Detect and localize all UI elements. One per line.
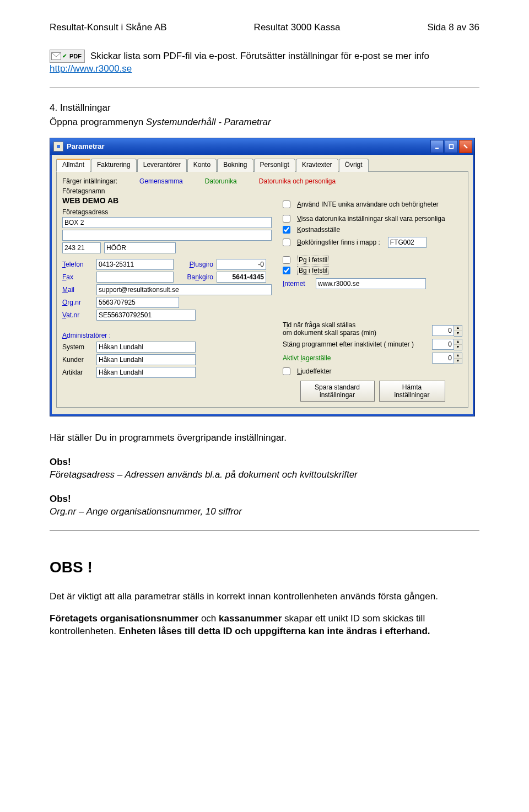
spin-tid[interactable]: ▲▼ (432, 325, 462, 337)
chk-bg-fetstil[interactable] (283, 267, 290, 274)
chk-unika-anvandare-label: Använd INTE unika användare och behörigh… (297, 201, 439, 208)
bottom-p1: Det är viktigt att alla parametrar ställ… (50, 591, 479, 603)
pdf-label: PDF (68, 52, 83, 61)
spin-inaktivitet-input[interactable] (432, 339, 454, 350)
label-bankgiro: Bankgiro (174, 273, 217, 281)
label-plusgiro: Plusgiro (174, 261, 217, 268)
chk-ljudeffekter-label: Ljudeffekter (297, 367, 332, 375)
spin2-label: Stäng programmet efter inaktivitet ( min… (283, 340, 414, 348)
bottom-p2-bold2: kassanummer (219, 613, 282, 624)
spin-down-icon[interactable]: ▼ (454, 345, 462, 350)
label-foretagsnamn: Företagsnamn (62, 187, 272, 195)
orgnr-input[interactable] (96, 297, 179, 308)
chk-kostnadsstalle[interactable] (283, 226, 290, 234)
tab-allmant[interactable]: Allmänt (56, 159, 90, 172)
chk-pg-fetstil[interactable] (283, 256, 290, 264)
load-settings-button[interactable]: Hämta inställningar (379, 381, 445, 402)
spin-inaktivitet[interactable]: ▲▼ (432, 339, 462, 350)
postnr-input[interactable] (62, 242, 101, 253)
tab-fakturering[interactable]: Fakturering (91, 159, 137, 172)
header-company: Resultat-Konsult i Skåne AB (50, 22, 167, 33)
color-settings-label: Färger intällningar: (62, 177, 117, 185)
chk-bokforingsfiler[interactable] (283, 239, 290, 246)
kunder-input[interactable] (96, 354, 196, 365)
svg-rect-2 (57, 145, 60, 148)
vatnr-input[interactable] (96, 310, 196, 321)
spin-up-icon[interactable]: ▲ (454, 339, 462, 345)
fax-input[interactable] (96, 272, 174, 283)
spin1-label-line1: Tid när fråga skall ställas (283, 321, 376, 329)
spin-lagerstalle-input[interactable] (432, 353, 454, 364)
bottom-p2-bold1: Företagets organisationsnummer (50, 613, 198, 624)
section-number: 4. (50, 102, 57, 113)
tab-bokning[interactable]: Bokning (217, 159, 253, 172)
titlebar: Parametrar (50, 138, 474, 155)
header-title: Resultat 3000 Kassa (254, 22, 341, 33)
ort-input[interactable] (104, 242, 176, 253)
spin-tid-input[interactable] (432, 325, 454, 336)
label-fax: Fax (62, 273, 96, 281)
tab-ovrigt[interactable]: Övrigt (339, 159, 369, 172)
chk-bg-fetstil-label: Bg i fetstil (297, 266, 329, 275)
label-artiklar: Artiklar (62, 369, 96, 376)
chk-datorunika-personliga-label: Vissa datorunika inställningar skall var… (297, 215, 445, 223)
chk-bokforingsfiler-label: Bokföringsfiler finns i mapp : (297, 239, 380, 246)
bottom-p2-bold3: Enheten låses till detta ID och uppgifte… (119, 626, 430, 636)
tab-konto[interactable]: Konto (187, 159, 217, 172)
maximize-button[interactable] (445, 140, 458, 153)
spin-up-icon[interactable]: ▲ (454, 353, 462, 359)
foretagsnamn-value: WEB DEMO AB (62, 196, 272, 205)
obs2-text: Org.nr – Ange organisationsnummer, 10 si… (50, 506, 479, 518)
divider (50, 530, 479, 531)
chk-ljudeffekter[interactable] (283, 367, 290, 375)
tab-personligt[interactable]: Personligt (254, 159, 295, 172)
window-title: Parametrar (67, 142, 105, 150)
label-internet: Internet (283, 280, 316, 288)
minimize-button[interactable] (430, 140, 444, 153)
divider (50, 88, 479, 88)
tabs: Allmänt Fakturering Leverantörer Konto B… (56, 158, 468, 172)
pdf-email-toolbar-icon: ✔ PDF (50, 50, 85, 63)
section-title: Inställningar (60, 102, 111, 113)
telefon-input[interactable] (96, 259, 174, 270)
tab-kravtexter[interactable]: Kravtexter (296, 159, 338, 172)
header-page: Sida 8 av 36 (427, 22, 479, 33)
close-button[interactable] (459, 140, 472, 153)
color-gemensamma[interactable]: Gemensamma (139, 177, 183, 185)
chk-datorunika-personliga[interactable] (283, 215, 290, 223)
svg-rect-4 (450, 144, 454, 148)
artiklar-input[interactable] (96, 367, 196, 378)
parametrar-window: Parametrar Allmänt Fakturering Leverantö… (50, 138, 475, 416)
mail-input[interactable] (96, 284, 272, 295)
chk-pg-fetstil-label: Pg i fetstil (297, 256, 329, 264)
label-foretagsadress: Företagsadress (62, 208, 272, 216)
pdf-info-link[interactable]: http://www.r3000.se (50, 63, 132, 74)
spin-lagerstalle[interactable]: ▲▼ (432, 353, 462, 364)
adress1-input[interactable] (62, 217, 272, 228)
spin-down-icon[interactable]: ▼ (454, 331, 462, 336)
pdf-description: Skickar lista som PDF-fil via e-post. Fö… (90, 50, 429, 63)
color-datorunika[interactable]: Datorunika (205, 177, 237, 185)
label-kunder: Kunder (62, 356, 96, 364)
obs1-text: Företagsadress – Adressen används bl.a. … (50, 469, 479, 481)
bankgiro-input[interactable] (217, 272, 266, 283)
spin-down-icon[interactable]: ▼ (454, 359, 462, 364)
spin-up-icon[interactable]: ▲ (454, 326, 462, 331)
label-vatnr: Vat.nr (62, 311, 96, 319)
tab-leverantorer[interactable]: Leverantörer (137, 159, 187, 172)
label-mail: Mail (62, 286, 96, 294)
label-admin: Administratörer : (62, 332, 272, 339)
checkmark-icon: ✔ (62, 52, 67, 60)
label-orgnr: Org.nr (62, 299, 96, 306)
adress2-input[interactable] (62, 230, 272, 241)
plusgiro-input[interactable] (217, 259, 266, 270)
big-obs-heading: OBS ! (50, 559, 479, 576)
color-unika-personliga[interactable]: Datorunika och personliga (259, 177, 336, 185)
system-input[interactable] (96, 342, 196, 353)
section-subtitle-prefix: Öppna programmenyn (50, 117, 146, 127)
obs1-heading: Obs! (50, 457, 479, 468)
bokf-mapp-input[interactable] (388, 237, 427, 248)
chk-unika-anvandare[interactable] (283, 201, 290, 208)
internet-input[interactable] (316, 278, 426, 289)
save-defaults-button[interactable]: Spara standard inställningar (300, 381, 375, 402)
